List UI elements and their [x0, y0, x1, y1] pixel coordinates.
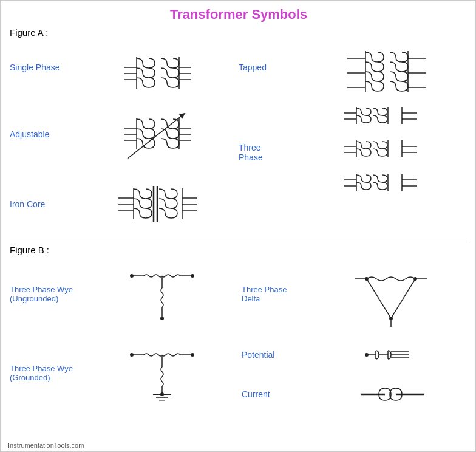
svg-point-65: [130, 353, 134, 357]
left-col: Single Phase: [10, 40, 239, 235]
figure-a-label: Figure A :: [10, 27, 467, 38]
three-phase-row: ThreePhase: [239, 101, 467, 204]
figure-b-label: Figure B :: [10, 245, 467, 255]
wye-g-row: Three Phase Wye(Grounded): [10, 337, 236, 409]
current-svg: [355, 379, 433, 409]
svg-line-76: [391, 279, 415, 318]
svg-point-63: [160, 317, 164, 320]
potential-label: Potential: [242, 350, 321, 360]
svg-point-60: [191, 274, 194, 278]
svg-line-75: [367, 279, 391, 318]
potential-diagram: [321, 340, 467, 370]
tapped-svg: [341, 40, 432, 95]
potential-row: Potential: [242, 340, 467, 370]
single-phase-label: Single Phase: [10, 63, 76, 72]
adjustable-label: Adjustable: [10, 129, 76, 139]
delta-row: Three PhaseDelta: [242, 258, 467, 330]
delta-diagram: [321, 258, 467, 330]
three-phase-diagram: [305, 101, 467, 204]
page: Transformer Symbols Figure A : Single Ph…: [1, 1, 476, 452]
svg-marker-17: [179, 113, 185, 119]
single-phase-diagram: [76, 40, 239, 95]
current-row: Current: [242, 379, 467, 409]
iron-core-diagram: [76, 174, 239, 235]
wye-g-svg: [120, 337, 205, 409]
tapped-label: Tapped: [239, 63, 305, 72]
svg-point-67: [191, 353, 194, 357]
adjustable-svg: [112, 101, 203, 168]
b-right: Three PhaseDelta: [242, 258, 467, 409]
three-phase-svg: [338, 101, 435, 204]
footer: InstrumentationTools.com: [8, 442, 84, 449]
page-title: Transformer Symbols: [10, 7, 467, 22]
iron-core-label: Iron Core: [10, 199, 76, 209]
wye-g-diagram: [89, 337, 236, 409]
delta-svg: [348, 258, 440, 330]
adjustable-diagram: [76, 101, 239, 168]
current-diagram: [321, 379, 467, 409]
tapped-row: Tapped: [239, 40, 467, 95]
wye-ug-label: Three Phase Wye(Ungrounded): [10, 285, 89, 303]
wye-ug-svg: [120, 258, 205, 330]
wye-g-label: Three Phase Wye(Grounded): [10, 364, 89, 382]
b-left: Three Phase Wye(Ungrounded): [10, 258, 236, 409]
right-col: Tapped: [239, 40, 467, 235]
iron-core-svg: [112, 174, 203, 235]
svg-point-58: [130, 274, 134, 278]
current-label: Current: [242, 389, 321, 399]
iron-core-row: Iron Core: [10, 174, 239, 235]
three-phase-label: ThreePhase: [239, 143, 305, 162]
section-b: Three Phase Wye(Ungrounded): [10, 258, 467, 409]
single-phase-row: Single Phase: [10, 40, 239, 95]
wye-ug-diagram: [89, 258, 236, 330]
single-phase-svg: [112, 40, 203, 95]
tapped-diagram: [305, 40, 467, 95]
svg-point-73: [160, 392, 164, 396]
wye-ug-row: Three Phase Wye(Ungrounded): [10, 258, 236, 330]
delta-label: Three PhaseDelta: [242, 285, 321, 303]
adjustable-row: Adjustable: [10, 101, 239, 168]
section-a: Single Phase: [10, 40, 467, 235]
divider: [10, 241, 467, 241]
potential-svg: [355, 340, 433, 370]
